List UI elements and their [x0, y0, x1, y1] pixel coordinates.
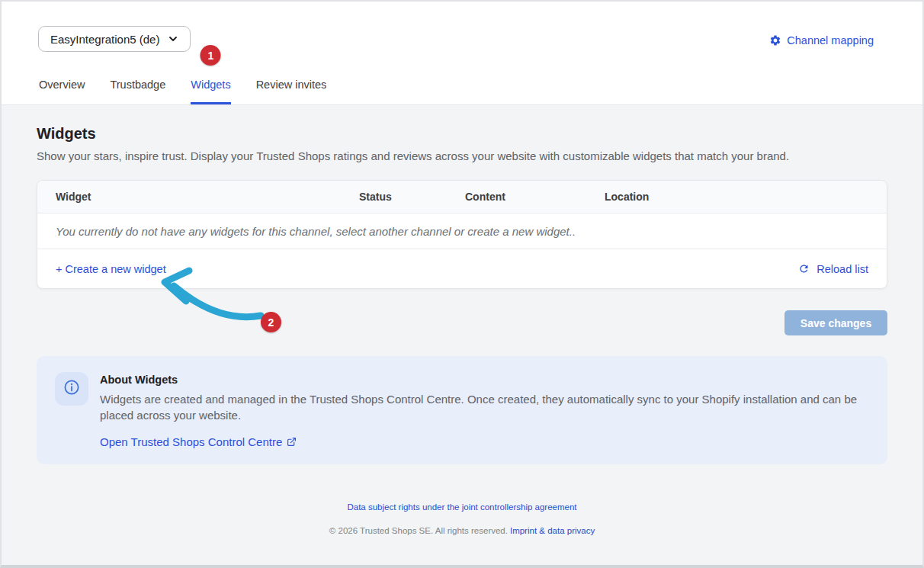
- open-control-centre-label: Open Trusted Shops Control Centre: [100, 435, 282, 448]
- app-header: EasyIntegration5 (de) Channel mapping Ov…: [2, 2, 922, 105]
- imprint-privacy-link[interactable]: Imprint & data privacy: [510, 526, 595, 535]
- page-title: Widgets: [37, 105, 887, 143]
- tab-widgets[interactable]: Widgets 1: [191, 79, 230, 104]
- header-top-row: EasyIntegration5 (de) Channel mapping: [2, 2, 922, 52]
- tab-overview-label: Overview: [39, 79, 85, 91]
- page-footer: Data subject rights under the joint cont…: [37, 464, 887, 535]
- column-header-location: Location: [605, 191, 868, 203]
- chevron-down-icon: [167, 33, 179, 45]
- create-widget-link[interactable]: + Create a new widget: [56, 263, 166, 275]
- copyright-line: © 2026 Trusted Shops SE. All rights rese…: [37, 526, 887, 535]
- channel-mapping-label: Channel mapping: [787, 34, 874, 47]
- save-changes-button[interactable]: Save changes: [784, 310, 887, 335]
- about-widgets-info-box: About Widgets Widgets are created and ma…: [37, 356, 887, 464]
- tab-trustbadge-label: Trustbadge: [110, 79, 165, 91]
- info-icon: [63, 378, 81, 400]
- app-window: EasyIntegration5 (de) Channel mapping Ov…: [0, 0, 924, 568]
- channel-mapping-link[interactable]: Channel mapping: [769, 34, 874, 47]
- reload-list-link[interactable]: Reload list: [798, 263, 868, 275]
- column-header-widget: Widget: [56, 191, 359, 203]
- column-header-status: Status: [359, 191, 465, 203]
- info-box-content: About Widgets Widgets are created and ma…: [100, 372, 862, 449]
- gear-icon: [769, 34, 781, 47]
- info-box-title: About Widgets: [100, 372, 862, 386]
- table-action-row: + Create a new widget Reload list: [37, 249, 887, 288]
- data-subject-rights-link[interactable]: Data subject rights under the joint cont…: [347, 502, 576, 512]
- page-description: Show your stars, inspire trust. Display …: [37, 149, 887, 162]
- widgets-table-card: Widget Status Content Location You curre…: [37, 180, 887, 289]
- column-header-content: Content: [465, 191, 605, 203]
- channel-selector-value: EasyIntegration5 (de): [50, 33, 159, 46]
- tab-review-invites-label: Review invites: [256, 79, 327, 91]
- channel-selector-dropdown[interactable]: EasyIntegration5 (de): [38, 26, 191, 52]
- copyright-text: © 2026 Trusted Shops SE. All rights rese…: [329, 526, 508, 535]
- reload-list-label: Reload list: [817, 263, 868, 275]
- open-control-centre-link[interactable]: Open Trusted Shops Control Centre: [100, 435, 297, 448]
- external-link-icon: [287, 436, 297, 447]
- annotation-step-1-badge: 1: [201, 45, 221, 66]
- tab-overview[interactable]: Overview: [39, 79, 85, 104]
- page-body: Widgets Show your stars, inspire trust. …: [2, 105, 922, 565]
- tab-review-invites[interactable]: Review invites: [256, 79, 327, 104]
- tab-bar: Overview Trustbadge Widgets 1 Review inv…: [2, 79, 922, 104]
- table-empty-state: You currently do not have any widgets fo…: [37, 213, 887, 249]
- save-row: Save changes: [37, 310, 887, 335]
- info-icon-chip: [55, 372, 88, 406]
- empty-state-message: You currently do not have any widgets fo…: [56, 225, 576, 238]
- tab-widgets-label: Widgets: [191, 79, 230, 91]
- reload-icon: [798, 263, 810, 274]
- table-header-row: Widget Status Content Location: [37, 181, 887, 213]
- info-box-text: Widgets are created and managed in the T…: [100, 391, 862, 424]
- tab-trustbadge[interactable]: Trustbadge: [110, 79, 165, 104]
